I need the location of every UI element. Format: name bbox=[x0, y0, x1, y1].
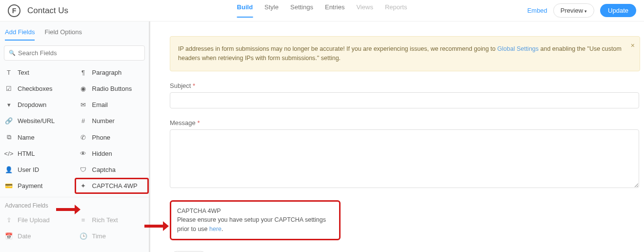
top-nav: Build Style Settings Entries Views Repor… bbox=[237, 3, 407, 18]
captcha4wp-placeholder[interactable]: CAPTCHA 4WP Please ensure you have setup… bbox=[170, 200, 341, 240]
name-icon: ⧉ bbox=[5, 133, 13, 141]
preview-label: Preview bbox=[561, 7, 583, 14]
nav-build[interactable]: Build bbox=[237, 3, 253, 18]
field-label: Name bbox=[18, 134, 35, 141]
code-icon: </> bbox=[5, 150, 13, 157]
field-payment[interactable]: 💳Payment bbox=[0, 178, 75, 194]
notice-text-pre: IP addresses in form submissions may no … bbox=[178, 45, 497, 52]
text-icon: T bbox=[5, 69, 13, 76]
required-mark: * bbox=[197, 119, 200, 126]
nav-style[interactable]: Style bbox=[264, 3, 279, 18]
field-label: CAPTCHA 4WP bbox=[92, 182, 138, 189]
page-title: Contact Us bbox=[27, 6, 68, 16]
search-wrap: 🔍 bbox=[0, 41, 149, 64]
field-file-upload[interactable]: ⇪File Upload bbox=[0, 212, 75, 228]
message-label: Message bbox=[170, 119, 196, 126]
close-icon[interactable]: × bbox=[631, 41, 635, 51]
phone-icon: ✆ bbox=[80, 134, 87, 141]
user-icon: 👤 bbox=[5, 166, 13, 173]
field-website[interactable]: 🔗Website/URL bbox=[0, 113, 75, 129]
advanced-fields-grid: ⇪File Upload ≡Rich Text 📅Date 🕒Time bbox=[0, 212, 149, 244]
clock-icon: 🕒 bbox=[80, 232, 87, 240]
card-icon: 💳 bbox=[5, 182, 13, 189]
field-label: Payment bbox=[18, 182, 42, 189]
preview-button[interactable]: Preview▾ bbox=[553, 3, 594, 18]
search-icon: 🔍 bbox=[9, 50, 16, 56]
field-label: Date bbox=[18, 232, 31, 240]
field-label: Paragraph bbox=[92, 69, 122, 76]
search-input[interactable] bbox=[4, 45, 145, 61]
field-rich-text[interactable]: ≡Rich Text bbox=[75, 212, 149, 228]
checkbox-icon: ☑ bbox=[5, 85, 13, 92]
email-icon: ✉ bbox=[80, 101, 87, 108]
required-mark: * bbox=[193, 82, 195, 89]
field-date[interactable]: 📅Date bbox=[0, 228, 75, 244]
field-label: Text bbox=[18, 69, 29, 76]
main-area: Add Fields Field Options 🔍 TText ¶Paragr… bbox=[0, 21, 644, 252]
link-icon: 🔗 bbox=[5, 117, 13, 125]
captcha-settings-link[interactable]: here bbox=[209, 226, 221, 232]
field-html[interactable]: </>HTML bbox=[0, 146, 75, 162]
hidden-icon: 👁 bbox=[80, 150, 87, 157]
field-checkboxes[interactable]: ☑Checkboxes bbox=[0, 81, 75, 97]
field-label: File Upload bbox=[18, 216, 50, 224]
fields-grid: TText ¶Paragraph ☑Checkboxes ◉Radio Butt… bbox=[0, 64, 149, 194]
field-captcha[interactable]: 🛡Captcha bbox=[75, 162, 149, 178]
global-settings-link[interactable]: Global Settings bbox=[497, 45, 539, 52]
field-label: Number bbox=[92, 117, 115, 125]
radio-icon: ◉ bbox=[80, 85, 87, 92]
field-name[interactable]: ⧉Name bbox=[0, 129, 75, 146]
field-phone[interactable]: ✆Phone bbox=[75, 129, 149, 146]
field-label: Rich Text bbox=[92, 216, 118, 224]
field-label: Captcha bbox=[92, 166, 116, 173]
paragraph-icon: ¶ bbox=[80, 69, 87, 76]
field-captcha4wp[interactable]: ✦CAPTCHA 4WP bbox=[75, 178, 149, 194]
field-dropdown[interactable]: ▾Dropdown bbox=[0, 97, 75, 113]
subject-field: Subject * bbox=[170, 82, 644, 108]
field-hidden[interactable]: 👁Hidden bbox=[75, 146, 149, 162]
nav-views[interactable]: Views bbox=[356, 3, 373, 18]
top-bar: F Contact Us Build Style Settings Entrie… bbox=[0, 0, 644, 21]
tab-field-options[interactable]: Field Options bbox=[44, 28, 82, 41]
ip-warning-notice: IP addresses in form submissions may no … bbox=[170, 36, 640, 71]
upload-icon: ⇪ bbox=[5, 216, 13, 224]
sidebar: Add Fields Field Options 🔍 TText ¶Paragr… bbox=[0, 21, 150, 252]
field-radio[interactable]: ◉Radio Buttons bbox=[75, 81, 149, 97]
sparkle-icon: ✦ bbox=[80, 182, 87, 189]
nav-settings[interactable]: Settings bbox=[290, 3, 313, 18]
field-label: Phone bbox=[92, 134, 111, 141]
dropdown-icon: ▾ bbox=[5, 101, 13, 108]
captcha-title: CAPTCHA 4WP bbox=[177, 207, 333, 216]
top-actions: Embed Preview▾ Update bbox=[527, 3, 636, 18]
message-field: Message * bbox=[170, 119, 644, 189]
field-time[interactable]: 🕒Time bbox=[75, 228, 149, 244]
field-text[interactable]: TText bbox=[0, 64, 75, 81]
nav-entries[interactable]: Entries bbox=[325, 3, 344, 18]
field-paragraph[interactable]: ¶Paragraph bbox=[75, 64, 149, 81]
nav-reports[interactable]: Reports bbox=[385, 3, 407, 18]
embed-link[interactable]: Embed bbox=[527, 7, 547, 14]
field-email[interactable]: ✉Email bbox=[75, 97, 149, 113]
richtext-icon: ≡ bbox=[80, 216, 87, 224]
field-label: Checkboxes bbox=[18, 85, 53, 92]
field-number[interactable]: #Number bbox=[75, 113, 149, 129]
field-label: Website/URL bbox=[18, 117, 55, 125]
form-canvas: IP addresses in form submissions may no … bbox=[150, 21, 644, 252]
field-label: Dropdown bbox=[18, 101, 46, 108]
hash-icon: # bbox=[80, 117, 87, 125]
subject-input[interactable] bbox=[170, 92, 639, 108]
field-userid[interactable]: 👤User ID bbox=[0, 162, 75, 178]
chevron-down-icon: ▾ bbox=[584, 9, 587, 14]
field-label: Email bbox=[92, 101, 108, 108]
subject-label: Subject bbox=[170, 82, 191, 89]
update-button[interactable]: Update bbox=[600, 4, 636, 17]
advanced-fields-label: Advanced Fields bbox=[0, 197, 149, 212]
tab-add-fields[interactable]: Add Fields bbox=[5, 28, 35, 41]
message-textarea[interactable] bbox=[170, 129, 639, 188]
field-label: HTML bbox=[18, 150, 35, 157]
shield-icon: 🛡 bbox=[80, 166, 87, 173]
field-label: Hidden bbox=[92, 150, 112, 157]
field-label: Radio Buttons bbox=[92, 85, 132, 92]
field-label: Time bbox=[92, 232, 106, 240]
sidebar-tabs: Add Fields Field Options bbox=[0, 21, 149, 41]
